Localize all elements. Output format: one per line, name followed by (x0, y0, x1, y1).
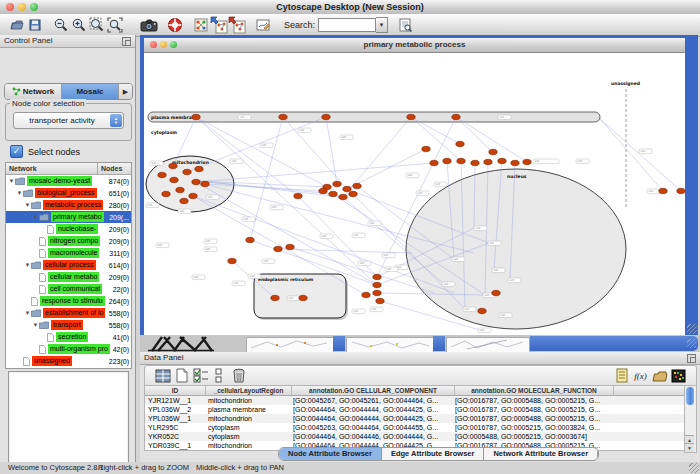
snapshot-icon[interactable] (140, 16, 158, 34)
network-node[interactable] (279, 114, 287, 119)
tree-row-nucleobase-[interactable]: nucleobase-209(0) (6, 223, 131, 235)
background-window-3[interactable] (446, 337, 530, 352)
disclosure-triangle-icon[interactable]: ▼ (8, 178, 15, 184)
network-node[interactable] (422, 146, 430, 151)
scroll-down-button[interactable]: ▼ (685, 443, 694, 452)
zoom-view-button[interactable] (170, 41, 177, 48)
network-node[interactable] (319, 188, 327, 193)
network-node[interactable] (373, 290, 381, 295)
tab-edge-attribute-browser[interactable]: Edge Attribute Browser (382, 448, 484, 460)
zoom-in-icon[interactable] (70, 16, 88, 34)
table-row-ylr295c[interactable]: YLR295Ccytoplasm[GO:0045263, GO:0044464,… (145, 423, 688, 432)
network-node[interactable] (294, 193, 302, 198)
birds-eye-view[interactable] (8, 371, 129, 474)
search-dropdown-arrow[interactable]: ▼ (376, 17, 388, 33)
import-attributes-icon[interactable] (650, 367, 669, 384)
network-node[interactable] (192, 179, 200, 184)
resize-grip-icon[interactable] (687, 339, 696, 348)
tree-row-macromolecule[interactable]: macromolecule311(0) (6, 247, 131, 259)
network-node[interactable] (511, 160, 519, 165)
network-node[interactable] (457, 158, 465, 163)
network-node[interactable] (170, 177, 178, 182)
background-window-2[interactable] (346, 337, 434, 352)
float-panel-icon[interactable] (122, 37, 131, 46)
network-node[interactable] (452, 114, 460, 119)
network-canvas[interactable]: plasma membranecytoplasmmitochondrionnuc… (144, 53, 685, 335)
table-column-header[interactable]: annotation.GO CELLULAR_COMPONENT (292, 386, 455, 395)
save-icon[interactable] (26, 16, 44, 34)
zoom-window-button[interactable] (30, 3, 38, 11)
disclosure-triangle-icon[interactable]: ▼ (24, 202, 31, 208)
tree-row-unassigned[interactable]: unassigned223(0) (6, 355, 131, 367)
network-node[interactable] (659, 188, 667, 193)
table-column-header[interactable]: annotation.GO MOLECULAR_FUNCTION (455, 386, 614, 395)
network-node[interactable] (299, 295, 307, 300)
disclosure-triangle-icon[interactable]: ▼ (32, 322, 39, 328)
tree-row-nitrogen-compo[interactable]: nitrogen compo209(0) (6, 235, 131, 247)
network-node[interactable] (471, 160, 479, 165)
tree-row-biological-process[interactable]: ▼biological_process651(0) (6, 187, 131, 199)
network-node[interactable] (523, 159, 531, 164)
network-node[interactable] (228, 258, 236, 263)
table-column-header[interactable]: ID (145, 386, 206, 395)
table-column-header[interactable]: _cellularLayoutRegion (206, 386, 292, 395)
network-node[interactable] (246, 237, 254, 242)
network-node[interactable] (176, 187, 184, 192)
attribute-matrix-icon[interactable] (153, 367, 172, 384)
network-node[interactable] (195, 166, 203, 171)
table-scrollbar-thumb[interactable] (686, 387, 694, 405)
network-node[interactable] (489, 149, 497, 154)
search-options-icon[interactable] (396, 16, 414, 34)
tree-row-metabolic-process[interactable]: ▼metabolic process280(0) (6, 199, 131, 211)
disclosure-triangle-icon[interactable]: ▼ (24, 310, 31, 316)
disclosure-triangle-icon[interactable]: ▼ (24, 262, 31, 268)
tree-row-transport[interactable]: ▼transport558(0) (6, 319, 131, 331)
network-node[interactable] (201, 181, 209, 186)
notes-icon[interactable] (612, 367, 631, 384)
network-node[interactable] (498, 158, 506, 163)
tab-network-attribute-browser[interactable]: Network Attribute Browser (484, 448, 598, 460)
tree-col-nodes[interactable]: Nodes (98, 163, 131, 174)
network-node[interactable] (162, 191, 170, 196)
background-window-1[interactable] (246, 337, 334, 352)
network-node[interactable] (180, 198, 188, 203)
copy-view-red-icon[interactable] (228, 16, 246, 34)
network-node[interactable] (192, 114, 200, 119)
table-row-ykr052c[interactable]: YKR052Ccytoplasm[GO:0044464, GO:0044446,… (145, 432, 688, 441)
network-node[interactable] (286, 244, 294, 249)
tree-row-response-to-stimulu[interactable]: response to stimulu264(0) (6, 295, 131, 307)
annotation-icon[interactable] (254, 16, 272, 34)
network-node[interactable] (484, 159, 492, 164)
help-icon[interactable] (166, 16, 184, 34)
table-row-yjr121w__1[interactable]: YJR121W__1mitochondrion[GO:0045267, GO:0… (145, 396, 688, 405)
network-node[interactable] (677, 188, 685, 193)
network-node[interactable] (353, 183, 361, 188)
tree-row-cellular-process[interactable]: ▼cellular process614(0) (6, 259, 131, 271)
table-row-ypl036w__2[interactable]: YPL036W__2plasma membrane[GO:0044464, GO… (145, 405, 688, 414)
network-node[interactable] (456, 141, 464, 146)
network-node[interactable] (443, 158, 451, 163)
tab-overflow-arrow[interactable]: ▶ (119, 84, 132, 99)
select-attributes-icon[interactable] (191, 367, 210, 384)
zoom-fit-icon[interactable] (106, 16, 124, 34)
network-node[interactable] (329, 191, 337, 196)
tree-row-primary-metabo[interactable]: ▼primary metabo209(... (6, 211, 131, 223)
network-node[interactable] (322, 114, 330, 119)
network-node[interactable] (349, 191, 357, 196)
network-node[interactable] (274, 246, 282, 251)
float-data-panel-icon[interactable] (687, 354, 696, 363)
disclosure-triangle-icon[interactable]: ▼ (16, 190, 23, 196)
unselect-attributes-icon[interactable] (210, 367, 229, 384)
network-node[interactable] (478, 308, 486, 313)
manage-network-icon[interactable] (192, 16, 210, 34)
window-resize-grip[interactable] (687, 324, 697, 334)
network-node[interactable] (430, 160, 438, 165)
network-node[interactable] (376, 298, 384, 303)
tree-col-network[interactable]: Network (6, 163, 98, 174)
copy-view-blue-icon[interactable] (210, 16, 228, 34)
table-scrollbar[interactable]: ▲ ▼ (684, 385, 697, 453)
network-window-titlebar[interactable]: primary metabolic process (144, 38, 685, 53)
attribute-batch-icon[interactable] (669, 367, 688, 384)
delete-attribute-icon[interactable] (229, 367, 248, 384)
network-node[interactable] (343, 186, 351, 191)
